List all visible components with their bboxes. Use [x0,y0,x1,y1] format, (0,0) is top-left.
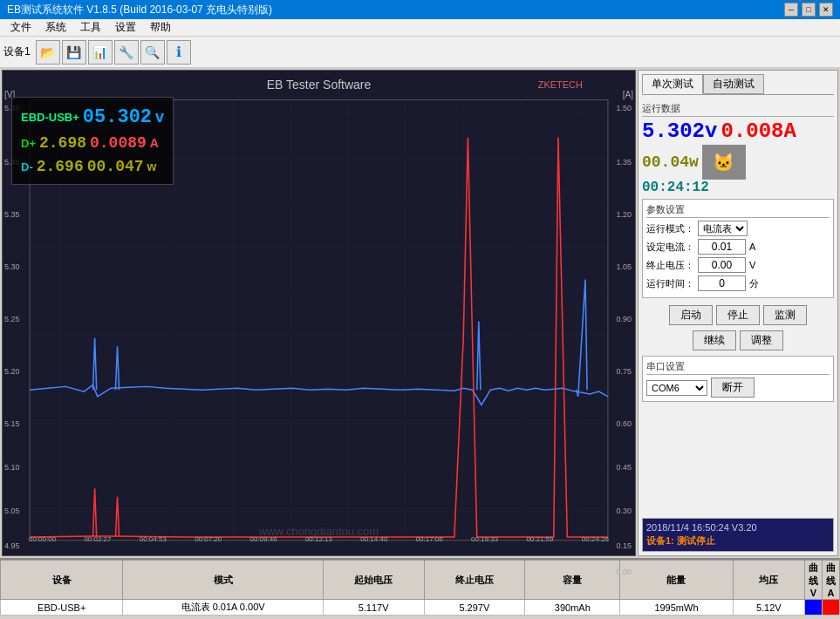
chart-title: EB Tester Software [267,78,372,92]
td-start-v: 5.117V [323,600,424,616]
table-header-row: 设备 模式 起始电压 终止电压 容量 能量 均压 曲线V 曲线A [1,561,840,600]
run-data-section: 运行数据 5.302v 0.008A 00.04w 🐱 00:24:12 [642,102,834,195]
tb-search-button[interactable]: 🔍 [140,40,165,65]
right-panel: 单次测试 自动测试 运行数据 5.302v 0.008A 00.04w 🐱 00… [638,70,838,556]
overlay-voltage: 05.302 [83,103,152,132]
menu-system[interactable]: 系统 [38,20,73,35]
menu-tools[interactable]: 工具 [73,20,108,35]
th-start-v: 起始电压 [323,561,424,600]
d-plus-val: 2.698 [39,132,86,155]
tab-auto-test[interactable]: 自动测试 [703,74,764,94]
td-capacity: 390mAh [525,600,620,616]
current-input[interactable] [698,239,746,255]
status-section: 2018/11/4 16:50:24 V3.20 设备1: 测试停止 [642,518,834,552]
disconnect-button[interactable]: 断开 [711,378,755,398]
td-energy: 1995mWh [620,600,733,616]
zketech-label: ZKETECH [538,79,583,90]
td-device: EBD-USB+ [1,600,123,616]
port-section: 串口设置 COM6 断开 [642,356,834,402]
x-label-8: 00:19:33 [471,535,498,543]
btn-row-1: 启动 停止 监测 [642,305,834,325]
th-curve-a: 曲线A [823,561,840,600]
adjust-button[interactable]: 调整 [740,330,783,350]
main-area: EB Tester Software ZKETECH [V] 5.45 5.40… [0,68,840,558]
toolbar: 设备1 📂 💾 📊 🔧 🔍 ℹ [0,37,840,68]
device-label: 设备1 [3,44,31,59]
d-minus-label: D- [21,159,33,176]
mode-label: 运行模式： [646,222,694,235]
x-label-0: 00:00:00 [29,535,56,543]
menu-help[interactable]: 帮助 [143,20,178,35]
time-unit: 分 [749,277,759,290]
th-end-v: 终止电压 [424,561,525,600]
tab-single-test[interactable]: 单次测试 [642,74,703,94]
time-input[interactable] [698,275,746,291]
param-section: 参数设置 运行模式： 电流表 设定电流： A 终止电压： V 运行时间： 分 [642,199,834,298]
x-label-1: 00:02:27 [84,535,111,543]
btn-row-2: 继续 调整 [642,330,834,350]
th-avg-v: 均压 [733,561,804,600]
title-bar: EB测试系统软件 V1.8.5 (Build 2016-03-07 充电头特别版… [0,0,840,19]
table-row: EBD-USB+ 电流表 0.01A 0.00V 5.117V 5.297V 3… [1,600,840,616]
x-label-3: 00:07:20 [195,535,222,543]
chart-container: EB Tester Software ZKETECH [V] 5.45 5.40… [2,70,636,556]
td-avg-v: 5.12V [733,600,804,616]
bottom-table-area: 设备 模式 起始电压 终止电压 容量 能量 均压 曲线V 曲线A EBD-USB… [0,558,840,602]
td-curve-a [823,600,840,616]
d-plus-label: D+ [21,135,36,153]
tb-chart-button[interactable]: 📊 [88,40,113,65]
td-end-v: 5.297V [424,600,525,616]
overlay-current: 0.0089 [90,132,147,155]
ebd-label: EBD-USB+ [21,109,79,126]
title-bar-controls: ─ □ ✕ [784,3,833,17]
status-line2: 设备1: 测试停止 [646,534,830,548]
chart-watermark: www.chongdiantou.com [259,525,379,538]
voltage-unit: V [749,260,755,270]
td-mode: 电流表 0.01A 0.00V [123,600,323,616]
big-voltage: 5.302v [642,119,717,143]
tb-info-button[interactable]: ℹ [167,40,191,65]
monitor-button[interactable]: 监测 [763,305,807,325]
data-table: 设备 模式 起始电压 终止电压 容量 能量 均压 曲线V 曲线A EBD-USB… [0,560,840,616]
menu-bar: 文件 系统 工具 设置 帮助 [0,19,840,37]
voltage-label: 终止电压： [646,259,694,272]
th-capacity: 容量 [525,561,620,600]
status-line1: 2018/11/4 16:50:24 V3.20 [646,522,830,533]
th-energy: 能量 [620,561,733,600]
continue-button[interactable]: 继续 [693,330,736,350]
current-unit: A [749,241,755,252]
x-label-10: 00:24:26 [582,535,609,543]
param-title: 参数设置 [646,203,830,218]
overlay-power: 00.047 [87,155,144,179]
title-bar-text: EB测试系统软件 V1.8.5 (Build 2016-03-07 充电头特别版… [7,3,784,17]
th-mode: 模式 [123,561,323,600]
med-time: 00:24:12 [642,180,709,195]
x-label-9: 00:21:59 [526,535,553,543]
menu-settings[interactable]: 设置 [108,20,143,35]
th-curve-v: 曲线V [805,561,823,600]
panel-tabs: 单次测试 自动测试 [642,74,834,95]
time-label: 运行时间： [646,277,694,290]
y-right-000: 0.00 [616,568,632,576]
big-current: 0.008A [720,119,796,143]
start-button[interactable]: 启动 [669,305,713,325]
maximize-button[interactable]: □ [802,3,816,17]
run-data-title: 运行数据 [642,102,834,117]
minimize-button[interactable]: ─ [784,3,798,17]
x-label-2: 00:04:53 [140,535,167,543]
d-minus-val: 2.696 [37,155,84,179]
tb-open-button[interactable]: 📂 [36,40,60,65]
tb-settings-button[interactable]: 🔧 [114,40,139,65]
close-button[interactable]: ✕ [819,3,833,17]
menu-file[interactable]: 文件 [3,20,38,35]
port-select[interactable]: COM6 [646,380,707,396]
voltage-input[interactable] [698,257,746,273]
port-title: 串口设置 [646,360,830,375]
mode-select[interactable]: 电流表 [698,221,748,236]
th-device: 设备 [1,561,123,600]
x-label-7: 00:17:06 [416,535,443,543]
stop-button[interactable]: 停止 [716,305,760,325]
tb-save-button[interactable]: 💾 [62,40,86,65]
cat-thumbnail: 🐱 [702,145,746,180]
med-power: 00.04w [642,153,699,171]
